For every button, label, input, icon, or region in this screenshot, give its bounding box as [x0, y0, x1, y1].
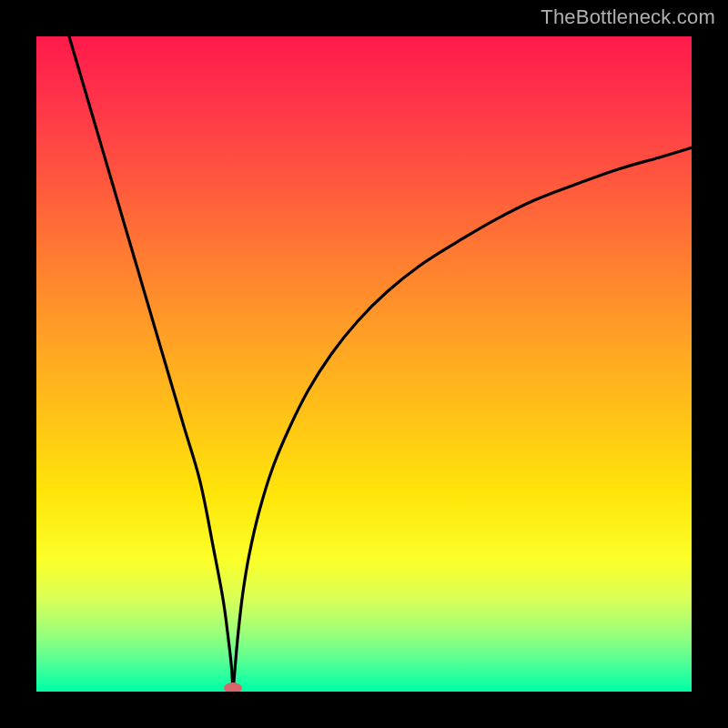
- plot-area: [36, 36, 692, 692]
- chart-frame: TheBottleneck.com: [0, 0, 728, 728]
- curve-right-branch: [233, 147, 692, 692]
- minimum-marker: [224, 682, 242, 692]
- curve-svg: [36, 36, 692, 692]
- curve-left-branch: [69, 36, 233, 692]
- watermark-text: TheBottleneck.com: [541, 5, 715, 29]
